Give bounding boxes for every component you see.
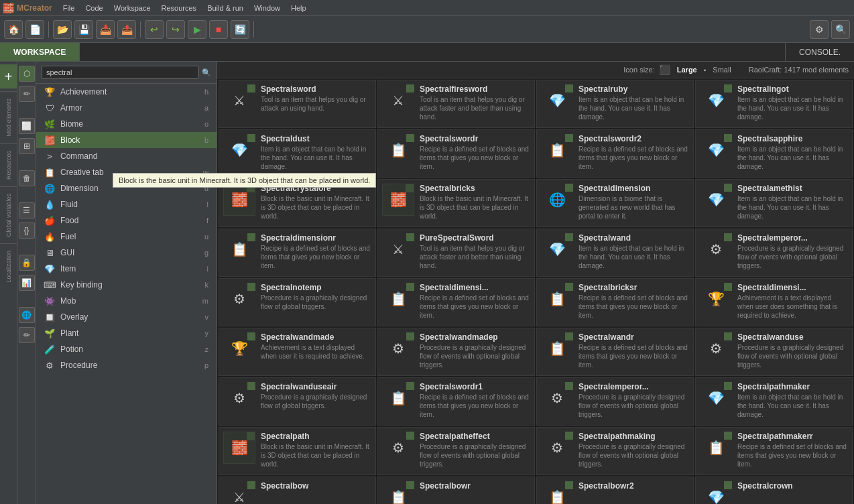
mod-card[interactable]: ⚙ Spectralwandmadep Procedure is a graph… xyxy=(377,328,535,376)
mod-name: Spectralwanduseair xyxy=(261,382,371,391)
mod-card[interactable]: 🏆 Spectralwandmade Achievement is a text… xyxy=(219,328,376,376)
toolbar-home-btn[interactable]: 🏠 xyxy=(4,20,23,39)
nav-item-creative-tab[interactable]: 📋 Creative tab w xyxy=(36,164,217,180)
mod-card[interactable]: 🌐 Spectraldimension Dimension is a biome… xyxy=(536,179,694,227)
nav-item-procedure[interactable]: ⚙ Procedure p xyxy=(36,357,217,373)
mod-card[interactable]: ⚙ Spectralpathmaking Procedure is a grap… xyxy=(536,427,694,475)
icon-size-large-btn[interactable]: Large xyxy=(674,65,700,74)
toolbar-new-btn[interactable]: 📄 xyxy=(25,20,44,39)
mod-card[interactable]: ⚙ Spectralwanduseair Procedure is a grap… xyxy=(219,377,376,426)
mod-card[interactable]: ⚙ Spectralwanduse Procedure is a graphic… xyxy=(695,328,853,376)
mod-card[interactable]: 📋 Spectralswordr1 Recipe is a defined se… xyxy=(377,377,535,426)
mod-desc: Item is an object that can be hold in th… xyxy=(737,145,848,171)
nav-item-command[interactable]: > Command xyxy=(36,148,217,164)
mod-card[interactable]: 📋 Spectralpathmakerr Recipe is a defined… xyxy=(695,427,853,475)
mod-card[interactable]: ⚙ Spectralpatheffect Procedure is a grap… xyxy=(377,427,535,475)
resources-label[interactable]: Resources xyxy=(3,144,15,186)
tab-workspace[interactable]: WORKSPACE xyxy=(0,43,80,61)
mod-card[interactable]: ⚙ Spectralemperor... Procedure is a grap… xyxy=(695,229,853,277)
nav-item-food[interactable]: 🍎 Food f xyxy=(36,212,217,229)
left-nav-panel: 🔍 🏆 Achievement h 🛡 Armor a 🌿 Biome o 🧱 … xyxy=(36,62,217,504)
menu-code[interactable]: Code xyxy=(80,3,108,13)
toolbar-settings-btn[interactable]: ⚙ xyxy=(810,20,829,39)
toolbar-save-btn[interactable]: 💾 xyxy=(74,20,93,39)
mod-card[interactable]: 📋 Spectralswordr Recipe is a defined set… xyxy=(377,129,535,178)
nav-item-gui[interactable]: 🖥 GUI g xyxy=(36,245,217,261)
nav-shortcut-dimension: d xyxy=(204,184,208,192)
mod-card[interactable]: 📋 Spectralbricksr Recipe is a defined se… xyxy=(536,278,694,326)
side-edit-icon-btn[interactable]: ✏ xyxy=(19,86,35,102)
global-variables-label[interactable]: Global variables xyxy=(3,187,15,244)
nav-item-dimension[interactable]: 🌐 Dimension d xyxy=(36,180,217,196)
mod-card[interactable]: 💎 Spectralcrown xyxy=(695,477,853,504)
mod-card[interactable]: ⚔ Spectralfiresword Tool is an item that… xyxy=(377,80,535,128)
toolbar-import-btn[interactable]: 📥 xyxy=(96,20,115,39)
mod-card[interactable]: ⚔ Spectralsword Tool is an item that hel… xyxy=(219,80,376,128)
mod-card[interactable]: 📋 Spectralwandr Recipe is a defined set … xyxy=(536,328,694,376)
side-list-icon-btn[interactable]: ☰ xyxy=(19,202,35,218)
mod-card[interactable]: 📋 Spectraldimensi... Recipe is a defined… xyxy=(377,278,535,326)
mod-card[interactable]: 💎 Spectralsapphire Item is an object tha… xyxy=(695,129,853,178)
side-locale-icon-btn[interactable]: 🌐 xyxy=(19,307,35,323)
tab-console[interactable]: CONSOLE. xyxy=(785,43,854,61)
mod-card[interactable]: ⚙ Spectralemperor... Procedure is a grap… xyxy=(536,377,694,426)
nav-item-potion[interactable]: 🧪 Potion z xyxy=(36,341,217,357)
toolbar-run-btn[interactable]: ▶ xyxy=(188,20,206,39)
menu-workspace[interactable]: Workspace xyxy=(109,3,156,13)
side-grid-icon-btn[interactable]: ⊞ xyxy=(19,138,35,154)
mod-elements-label[interactable]: Mod elements xyxy=(3,92,15,143)
mod-card[interactable]: 📋 Spectralswordr2 Recipe is a defined se… xyxy=(536,129,694,178)
side-lock-icon-btn[interactable]: 🔒 xyxy=(19,255,35,271)
toolbar-stop-btn[interactable]: ■ xyxy=(209,20,228,39)
toolbar-reload-btn[interactable]: 🔄 xyxy=(231,20,249,39)
mod-card[interactable]: 💎 Spectralpathmaker Item is an object th… xyxy=(695,377,853,426)
mod-card[interactable]: ⚔ Spectralbow xyxy=(219,477,376,504)
mod-card[interactable]: 🧱 Spectralcrystalore Block is the basic … xyxy=(219,179,376,227)
mod-card[interactable]: 🧱 Spectralpath Block is the basic unit i… xyxy=(219,427,376,475)
mod-card[interactable]: 📋 Spectraldimensionr Recipe is a defined… xyxy=(219,229,376,277)
toolbar-open-btn[interactable]: 📂 xyxy=(53,20,72,39)
nav-item-plant[interactable]: 🌱 Plant y xyxy=(36,325,217,341)
menu-resources[interactable]: Resources xyxy=(156,3,202,13)
mod-card[interactable]: 💎 Spectralingot Item is an object that c… xyxy=(695,80,853,128)
nav-item-fuel[interactable]: 🔥 Fuel u xyxy=(36,229,217,245)
nav-item-mob[interactable]: 👾 Mob m xyxy=(36,293,217,309)
mod-card[interactable]: ⚙ Spectralnotemp Procedure is a graphica… xyxy=(219,278,376,326)
toolbar-search-global-btn[interactable]: 🔍 xyxy=(831,20,850,39)
nav-item-fluid[interactable]: 💧 Fluid l xyxy=(36,196,217,212)
nav-item-key-binding[interactable]: ⌨ Key binding k xyxy=(36,277,217,293)
mod-card[interactable]: 💎 Spectralwand Item is an object that ca… xyxy=(536,229,694,277)
side-var-icon-btn[interactable]: 📊 xyxy=(19,275,35,291)
toolbar-undo-btn[interactable]: ↩ xyxy=(145,20,164,39)
side-locale2-icon-btn[interactable]: ✏ xyxy=(19,327,35,343)
mod-card[interactable]: ⚔ PureSpectralSword Tool is an item that… xyxy=(377,229,535,277)
nav-item-block[interactable]: 🧱 Block b xyxy=(36,132,217,148)
nav-item-biome[interactable]: 🌿 Biome o xyxy=(36,116,217,132)
nav-item-overlay[interactable]: 🔲 Overlay v xyxy=(36,309,217,325)
mod-desc: Block is the basic unit in Minecraft. It… xyxy=(420,194,530,220)
mod-card[interactable]: 📋 Spectralbowr2 xyxy=(536,477,694,504)
mod-card[interactable]: 💎 Spectraldust Item is an object that ca… xyxy=(219,129,376,178)
mod-card[interactable]: 📋 Spectralbowr xyxy=(377,477,535,504)
nav-item-armor[interactable]: 🛡 Armor a xyxy=(36,100,217,116)
toolbar-redo-btn[interactable]: ↪ xyxy=(166,20,185,39)
side-code-icon-btn[interactable]: {} xyxy=(19,223,35,239)
mod-card[interactable]: 🧱 Spectralbricks Block is the basic unit… xyxy=(377,179,535,227)
side-block-icon-btn[interactable]: ⬜ xyxy=(19,118,35,134)
icon-size-small-btn[interactable]: Small xyxy=(710,65,734,74)
toolbar-export-btn[interactable]: 📤 xyxy=(117,20,136,39)
side-mod-icon-btn[interactable]: ⬡ xyxy=(19,66,35,82)
nav-item-item[interactable]: 💎 Item i xyxy=(36,261,217,277)
nav-item-achievement[interactable]: 🏆 Achievement h xyxy=(36,84,217,100)
menu-window[interactable]: Window xyxy=(249,3,286,13)
menu-help[interactable]: Help xyxy=(286,3,312,13)
menu-build[interactable]: Build & run xyxy=(202,3,249,13)
search-input[interactable] xyxy=(42,66,199,79)
mod-card[interactable]: 🏆 Spectraldimensi... Achievement is a te… xyxy=(695,278,853,326)
localization-label[interactable]: Localization xyxy=(3,244,15,290)
menu-file[interactable]: File xyxy=(58,3,80,13)
mod-card[interactable]: 💎 Spectralamethist Item is an object tha… xyxy=(695,179,853,227)
mod-card[interactable]: 💎 Spectralruby Item is an object that ca… xyxy=(536,80,694,128)
side-delete-icon-btn[interactable]: 🗑 xyxy=(19,170,35,186)
toolbar: 🏠 📄 📂 💾 📥 📤 ↩ ↪ ▶ ■ 🔄 ⚙ 🔍 xyxy=(0,16,854,43)
